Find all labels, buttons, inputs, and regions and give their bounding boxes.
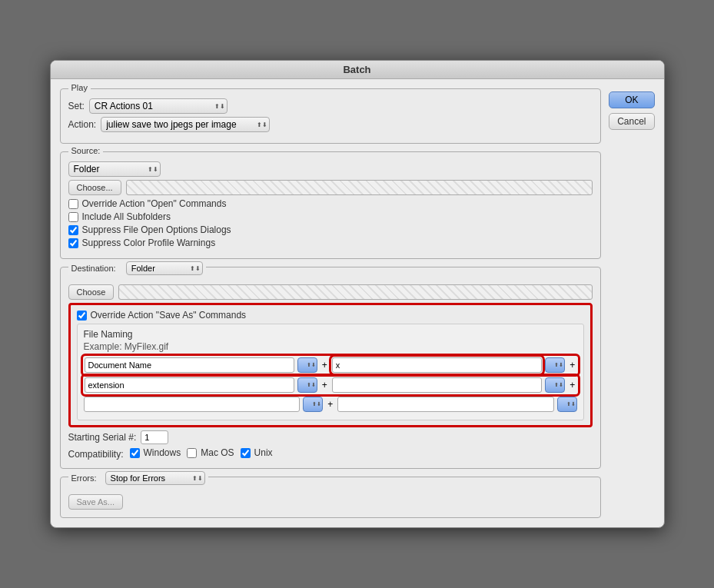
compat-label: Compatibility: <box>68 449 124 460</box>
file-naming-section: File Naming Example: MyFilex.gif + <box>77 324 585 420</box>
naming-select-5[interactable] <box>303 397 323 412</box>
suppress-file-label: Suppress File Open Options Dialogs <box>82 224 231 235</box>
naming-suffix-1[interactable] <box>332 357 542 373</box>
action-select-wrapper: juliew save two jpegs per image <box>101 117 270 132</box>
serial-input[interactable] <box>141 430 168 444</box>
source-select-wrapper: Folder <box>68 161 161 177</box>
batch-dialog: Batch Play Set: CR Actions 01 Action: <box>50 60 665 528</box>
mac-checkbox[interactable] <box>187 448 197 458</box>
example-label: Example: MyFilex.gif <box>84 341 578 352</box>
suppress-file-checkbox[interactable] <box>68 225 78 235</box>
dest-select-wrapper: Folder <box>126 261 203 275</box>
destination-section: Destination: Folder Choose <box>60 267 602 469</box>
plus-1: + <box>320 360 329 370</box>
destination-label: Destination: Folder <box>68 261 206 275</box>
naming-select-4-wrapper <box>545 377 565 393</box>
naming-select-2[interactable] <box>545 357 565 373</box>
naming-select-2-wrapper <box>545 357 565 373</box>
source-choose-button[interactable]: Choose... <box>68 180 121 195</box>
naming-field-1[interactable] <box>85 357 294 373</box>
naming-select-1[interactable] <box>297 357 317 373</box>
override-save-checkbox[interactable] <box>77 311 87 321</box>
source-select[interactable]: Folder <box>68 161 161 177</box>
suppress-color-checkbox[interactable] <box>68 238 78 248</box>
naming-field-2[interactable] <box>85 377 294 393</box>
naming-select-6-wrapper <box>557 397 577 412</box>
action-label: Action: <box>68 119 97 130</box>
set-select[interactable]: CR Actions 01 <box>89 98 227 114</box>
set-select-wrapper: CR Actions 01 <box>89 98 227 114</box>
windows-checkbox[interactable] <box>130 448 140 458</box>
cancel-button[interactable]: Cancel <box>609 113 654 130</box>
override-open-checkbox[interactable] <box>68 199 78 209</box>
mac-label: Mac OS <box>201 447 234 458</box>
source-path-display <box>126 180 593 195</box>
dest-choose-button[interactable]: Choose <box>68 284 115 300</box>
naming-suffix-3[interactable] <box>337 397 554 412</box>
file-naming-label: File Naming <box>84 329 578 340</box>
sidebar-buttons: OK Cancel <box>609 88 654 518</box>
dest-select[interactable]: Folder <box>126 261 203 275</box>
errors-label: Errors: Stop for Errors <box>68 471 208 485</box>
play-label: Play <box>68 83 91 92</box>
include-subfolders-label: Include All Subfolders <box>82 211 171 222</box>
set-label: Set: <box>68 101 85 111</box>
naming-select-4[interactable] <box>545 377 565 393</box>
action-select[interactable]: juliew save two jpegs per image <box>101 117 270 132</box>
source-label: Source: <box>68 146 104 155</box>
main-content: Play Set: CR Actions 01 Action: juliew s… <box>60 88 602 518</box>
override-save-label: Override Action "Save As" Commands <box>91 310 247 321</box>
suppress-color-label: Suppress Color Profile Warnings <box>82 238 216 248</box>
naming-select-1-wrapper <box>297 357 317 373</box>
plus-3: + <box>320 380 329 390</box>
plus-2: + <box>568 360 576 370</box>
titlebar: Batch <box>51 61 664 79</box>
plus-4: + <box>568 380 576 390</box>
naming-field-3[interactable] <box>84 397 301 412</box>
errors-select[interactable]: Stop for Errors <box>105 471 205 485</box>
naming-select-6[interactable] <box>557 397 577 412</box>
plus-5: + <box>326 399 334 410</box>
unix-label: Unix <box>254 447 273 458</box>
play-section: Play Set: CR Actions 01 Action: juliew s… <box>60 88 602 144</box>
override-open-label: Override Action "Open" Commands <box>82 198 227 209</box>
naming-select-3[interactable] <box>297 377 317 393</box>
errors-section: Errors: Stop for Errors Save As... <box>60 477 602 518</box>
dest-path-display <box>118 284 593 300</box>
naming-select-5-wrapper <box>303 397 323 412</box>
save-as-button[interactable]: Save As... <box>68 494 124 510</box>
serial-label: Starting Serial #: <box>68 432 137 443</box>
include-subfolders-checkbox[interactable] <box>68 212 78 222</box>
errors-select-wrapper: Stop for Errors <box>105 471 205 485</box>
windows-label: Windows <box>144 447 181 458</box>
naming-select-3-wrapper <box>297 377 317 393</box>
naming-suffix-2[interactable] <box>332 377 542 393</box>
ok-button[interactable]: OK <box>609 91 654 108</box>
unix-checkbox[interactable] <box>241 448 251 458</box>
window-title: Batch <box>343 64 370 75</box>
source-section: Source: Folder Choose... Override Action… <box>60 151 602 259</box>
